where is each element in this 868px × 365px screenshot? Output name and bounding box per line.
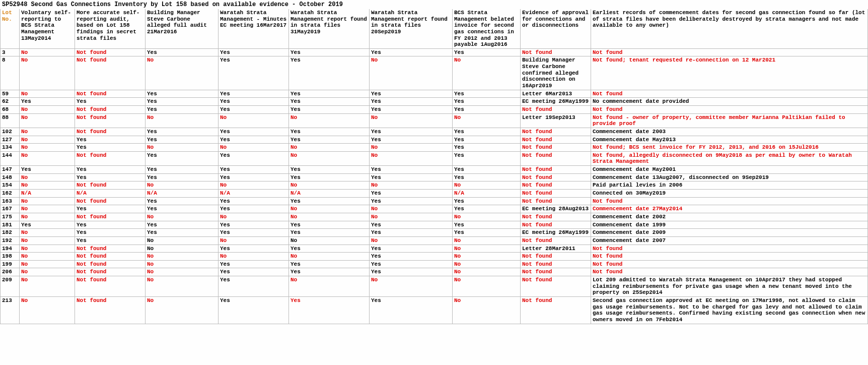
cell: Yes <box>146 173 219 181</box>
cell: Not found <box>521 276 591 297</box>
cell: Not found <box>75 197 146 205</box>
cell: Yes <box>370 260 453 268</box>
cell: N/A <box>289 190 370 198</box>
cell: Yes <box>289 128 370 136</box>
cell: Not found <box>591 245 868 253</box>
cell: No <box>20 197 75 205</box>
table-row: 213NoNot foundNoYesYesYesNoNot foundSeco… <box>1 296 868 324</box>
cell: EC meeting 28Aug2013 <box>521 205 591 213</box>
cell: No <box>146 253 219 261</box>
cell: Yes <box>75 173 146 181</box>
cell: Yes <box>453 151 521 165</box>
cell: No <box>219 236 289 245</box>
cell: Yes <box>75 205 146 213</box>
cell: No <box>289 144 370 152</box>
table-row: 162N/AN/AN/AN/AN/AYesN/ANot foundConnect… <box>1 190 868 198</box>
cell: Yes <box>453 105 521 113</box>
cell: Yes <box>370 245 453 253</box>
cell: N/A <box>20 190 75 198</box>
cell: Commencement date 2009 <box>591 229 868 237</box>
cell: No <box>146 260 219 268</box>
cell: Yes <box>289 56 370 90</box>
cell: Yes <box>146 229 219 237</box>
table-body: 3NoNot foundYesYesYesYesYesNot foundNot … <box>1 48 868 324</box>
cell: No <box>146 268 219 276</box>
cell: Yes <box>453 128 521 136</box>
header-waratah-minutes: Waratah Strata Management - Minutes EC m… <box>219 9 289 48</box>
cell: No <box>20 245 75 253</box>
cell: Commencement date May2013 <box>591 136 868 144</box>
cell-lot: 198 <box>1 253 20 261</box>
cell: No <box>146 236 219 245</box>
cell: No <box>289 113 370 128</box>
cell: Yes <box>453 166 521 174</box>
table-row: 148NoYesYesYesYesYesYesNot foundCommence… <box>1 173 868 181</box>
cell: Commencement date 27May2014 <box>591 205 868 213</box>
cell: Yes <box>289 296 370 324</box>
table-row: 192NoYesNoNoNoNoNoNot foundCommencement … <box>1 236 868 245</box>
cell: Yes <box>453 48 521 56</box>
cell: Yes <box>75 144 146 152</box>
cell: No <box>370 276 453 297</box>
table-row: 147YesYesYesYesYesYesYesNot foundCommenc… <box>1 166 868 174</box>
cell: Yes <box>20 221 75 229</box>
cell: Not found <box>521 48 591 56</box>
table-row: 3NoNot foundYesYesYesYesYesNot foundNot … <box>1 48 868 56</box>
cell: Yes <box>219 90 289 98</box>
table-row: 167NoYesYesYesNoNoYesEC meeting 28Aug201… <box>1 205 868 213</box>
cell: Second gas connection approved at EC mee… <box>591 296 868 324</box>
cell: Paid partial levies in 2006 <box>591 181 868 190</box>
cell: No <box>20 213 75 221</box>
cell: No <box>20 105 75 113</box>
cell: Yes <box>219 136 289 144</box>
cell: No <box>20 128 75 136</box>
cell: Lot 209 admitted to Waratah Strata Manag… <box>591 276 868 297</box>
table-row: 163NoNot foundYesYesYesYesYesNot foundNo… <box>1 197 868 205</box>
cell: Yes <box>370 296 453 324</box>
cell: No <box>370 181 453 190</box>
cell: No <box>20 205 75 213</box>
cell: No <box>453 213 521 221</box>
cell: Yes <box>146 205 219 213</box>
cell: N/A <box>453 190 521 198</box>
cell-lot: 59 <box>1 90 20 98</box>
cell: Not found <box>75 128 146 136</box>
cell: Yes <box>289 173 370 181</box>
cell: No <box>20 56 75 90</box>
header-earliest: Earliest records of commencement dates f… <box>591 9 868 48</box>
cell: Commencement date 2003 <box>591 128 868 136</box>
cell-lot: 182 <box>1 229 20 237</box>
table-row: 102NoNot foundYesYesYesYesYesNot foundCo… <box>1 128 868 136</box>
cell: No <box>289 205 370 213</box>
cell: Yes <box>219 56 289 90</box>
cell: Yes <box>453 173 521 181</box>
cell: Yes <box>453 144 521 152</box>
cell: Commencement date May2001 <box>591 166 868 174</box>
cell: Yes <box>219 166 289 174</box>
cell: No <box>219 213 289 221</box>
cell: No <box>146 181 219 190</box>
cell: Yes <box>289 245 370 253</box>
table-row: 144NoNot foundYesYesNoNoYesNot foundNot … <box>1 151 868 165</box>
cell: Yes <box>370 268 453 276</box>
cell: No <box>20 276 75 297</box>
table-row: 209NoNot foundNoYesNoNoNoNot foundLot 20… <box>1 276 868 297</box>
cell: Not found <box>75 268 146 276</box>
cell: Not found <box>521 151 591 165</box>
cell: No <box>20 253 75 261</box>
cell: Yes <box>370 197 453 205</box>
table-row: 181YesYesYesYesYesYesYesNot foundCommenc… <box>1 221 868 229</box>
cell: Yes <box>219 105 289 113</box>
cell: Not found <box>75 151 146 165</box>
cell: Yes <box>453 221 521 229</box>
cell: Yes <box>219 276 289 297</box>
cell: Yes <box>453 229 521 237</box>
cell: Yes <box>289 221 370 229</box>
cell: Yes <box>289 229 370 237</box>
cell: Commencement date 2007 <box>591 236 868 245</box>
cell: Yes <box>453 197 521 205</box>
cell: Commencement date 2002 <box>591 213 868 221</box>
cell: Yes <box>370 166 453 174</box>
cell: Yes <box>453 90 521 98</box>
cell: Yes <box>289 48 370 56</box>
